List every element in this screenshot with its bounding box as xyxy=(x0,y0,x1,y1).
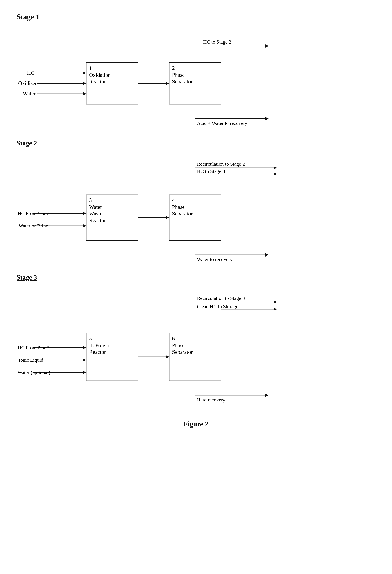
box6-number: 6 xyxy=(172,335,175,342)
box5-label-line1: IL Polish xyxy=(89,342,109,348)
stage1-input-oxidiser: Oxidiser xyxy=(18,80,37,86)
svg-marker-25 xyxy=(166,216,169,219)
svg-marker-34 xyxy=(274,308,277,311)
stage3-output-recirc: Recirculation to Stage 3 xyxy=(197,295,245,301)
svg-marker-10 xyxy=(265,44,269,48)
box1-number: 1 xyxy=(89,65,92,71)
svg-marker-45 xyxy=(265,394,269,397)
figure-caption: Figure 2 xyxy=(17,420,375,428)
stage1-output-top: HC to Stage 2 xyxy=(203,39,231,45)
svg-marker-38 xyxy=(83,358,86,362)
svg-marker-40 xyxy=(83,371,86,374)
box2-number: 2 xyxy=(172,65,175,71)
stage1-diagram: HC Oxidiser Water 1 Oxidation Reactor 2 … xyxy=(17,29,369,133)
il-polish-reactor-box xyxy=(86,333,138,381)
box2-label-line2: Separator xyxy=(172,79,193,85)
svg-marker-28 xyxy=(265,253,269,257)
stage2-output-water: Water to recovery xyxy=(197,257,232,262)
svg-marker-19 xyxy=(274,172,277,176)
box4-number: 4 xyxy=(172,197,175,203)
stage1-input-water: Water xyxy=(23,91,36,97)
stage2-output-recirc: Recirculation to Stage 2 xyxy=(197,161,245,167)
stage3-heading: Stage 3 xyxy=(17,273,375,281)
box3-label-line3: Reactor xyxy=(89,217,106,223)
stage2-diagram: Recirculation to Stage 2 HC to Stage 3 H… xyxy=(17,153,369,269)
stage1-heading: Stage 1 xyxy=(17,12,375,21)
svg-marker-36 xyxy=(83,346,86,349)
box3-label-line2: Wash xyxy=(89,211,101,217)
box1-label-line2: Reactor xyxy=(89,79,106,85)
stage3-output-clean-hc: Clean HC to Storage xyxy=(197,304,238,309)
stage3-input-hc: HC From 2 or 3 xyxy=(18,345,49,350)
box3-label-line1: Water xyxy=(89,204,102,210)
svg-marker-42 xyxy=(166,355,169,359)
box5-number: 5 xyxy=(89,335,92,342)
stage1-output-bottom: Acid + Water to recovery xyxy=(197,121,247,126)
box6-label-line2: Separator xyxy=(172,349,193,355)
svg-marker-1 xyxy=(83,71,86,75)
phase-separator-box2 xyxy=(169,195,221,240)
box2-label-line1: Phase xyxy=(172,72,185,78)
svg-marker-5 xyxy=(83,92,86,95)
box1-label-line1: Oxidation xyxy=(89,72,111,78)
stage2-input-hc: HC From 1 or 2 xyxy=(18,211,49,216)
svg-marker-3 xyxy=(83,82,86,85)
box6-label-line1: Phase xyxy=(172,342,185,348)
stage2-input-water: Water or Brine xyxy=(19,223,48,228)
phase-separator-box3 xyxy=(169,333,221,381)
stage3-output-il: IL to recovery xyxy=(197,397,225,403)
box5-label-line2: Reactor xyxy=(89,349,106,355)
svg-marker-13 xyxy=(265,117,269,120)
stage3-input-water: Water (optional) xyxy=(18,370,50,375)
box4-label-line2: Separator xyxy=(172,211,193,217)
svg-marker-16 xyxy=(274,166,277,169)
svg-marker-21 xyxy=(83,212,86,215)
stage2-output-hc: HC to Stage 3 xyxy=(197,169,225,174)
svg-marker-23 xyxy=(83,224,86,227)
svg-marker-7 xyxy=(166,82,169,85)
box3-number: 3 xyxy=(89,197,92,203)
stage1-input-hc: HC xyxy=(27,70,34,76)
svg-marker-31 xyxy=(274,300,277,304)
box4-label-line1: Phase xyxy=(172,204,185,210)
stage2-heading: Stage 2 xyxy=(17,139,375,147)
stage3-diagram: Recirculation to Stage 3 Clean HC to Sto… xyxy=(17,287,369,412)
stage3-input-ionic: Ionic Liquid xyxy=(19,357,43,363)
